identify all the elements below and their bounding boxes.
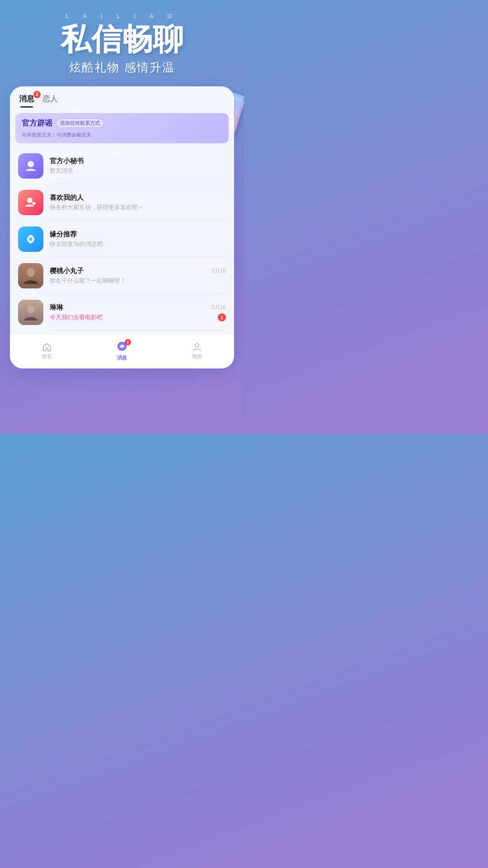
svg-point-2	[27, 268, 35, 277]
yingtao-preview: 你在干什么呢？一起聊聊呀！	[50, 277, 226, 285]
app-card: 消息 2 恋人 官方辟谣 添加任何联系方式 与亲密度无关！与消费金额无关	[10, 86, 234, 368]
svg-point-3	[27, 305, 34, 313]
likes-icon	[24, 196, 38, 209]
nav-home-label: 首页	[42, 353, 52, 360]
nav-profile-label: 我的	[192, 353, 202, 360]
nav-home[interactable]: 首页	[29, 340, 65, 362]
nav-messages[interactable]: 2 消息	[104, 339, 140, 363]
warning-sub: 与亲密度无关！与消费金额无关	[22, 132, 222, 138]
yingtao-time: 3月16	[211, 267, 226, 275]
avatar-yingtao	[18, 263, 43, 288]
avatar-likes	[18, 190, 43, 215]
messages-tab-badge: 2	[33, 91, 41, 98]
nav-messages-label: 消息	[117, 354, 127, 361]
warning-banner: 官方辟谣 添加任何联系方式 与亲密度无关！与消费金额无关	[15, 113, 229, 143]
secretary-name: 官方小秘书	[50, 157, 84, 165]
svg-point-0	[28, 161, 34, 167]
nav-profile[interactable]: 我的	[179, 340, 215, 362]
linlin-silhouette	[23, 303, 38, 321]
likes-preview: 快去和大家互动，获得更多喜欢吧～	[50, 203, 226, 212]
recommend-preview: 快去回复Ta的消息吧	[50, 240, 226, 248]
nav-messages-badge: 2	[125, 339, 131, 345]
tab-messages[interactable]: 消息 2	[19, 94, 34, 108]
sub-title: 炫酷礼物 感情升温	[0, 60, 244, 75]
svg-point-1	[27, 198, 33, 203]
secretary-preview: 暂无消息	[50, 167, 226, 175]
warning-tag: 添加任何联系方式	[56, 118, 104, 128]
tab-lover[interactable]: 恋人	[42, 94, 58, 108]
svg-point-6	[195, 344, 199, 347]
avatar-recommend	[18, 226, 43, 252]
linlin-preview: 今天我们去看电影吧	[50, 313, 103, 321]
linlin-badge: 1	[218, 313, 226, 321]
profile-icon	[192, 342, 202, 352]
message-item-recommend[interactable]: 缘分推荐 快去回复Ta的消息吧	[10, 221, 234, 258]
tab-bar: 消息 2 恋人	[10, 86, 234, 108]
avatar-secretary	[18, 153, 43, 179]
message-item-linlin[interactable]: 琳琳 3月16 今天我们去看电影吧 1	[10, 294, 234, 330]
message-item-secretary[interactable]: 官方小秘书 暂无消息	[10, 148, 234, 184]
home-icon	[42, 342, 52, 352]
message-list: 官方小秘书 暂无消息 喜欢我的人 快去和大家互动，获得更多喜欢吧～	[10, 146, 234, 332]
yingtao-silhouette	[23, 267, 38, 285]
brand-letters: L A I L I A O	[0, 13, 244, 19]
yingtao-name: 樱桃小丸子	[50, 267, 84, 275]
recommend-icon	[23, 232, 38, 246]
likes-name: 喜欢我的人	[50, 193, 84, 202]
linlin-time: 3月16	[211, 304, 226, 311]
linlin-name: 琳琳	[50, 303, 63, 312]
message-item-likes[interactable]: 喜欢我的人 快去和大家互动，获得更多喜欢吧～	[10, 184, 234, 221]
message-item-yingtao[interactable]: 樱桃小丸子 3月16 你在干什么呢？一起聊聊呀！	[10, 258, 234, 294]
recommend-name: 缘分推荐	[50, 230, 77, 239]
warning-label: 官方辟谣	[22, 118, 52, 128]
main-title: 私信畅聊	[0, 22, 244, 56]
secretary-icon	[24, 159, 38, 173]
bottom-nav: 首页 2 消息 我的	[10, 334, 234, 368]
avatar-linlin	[18, 300, 43, 325]
